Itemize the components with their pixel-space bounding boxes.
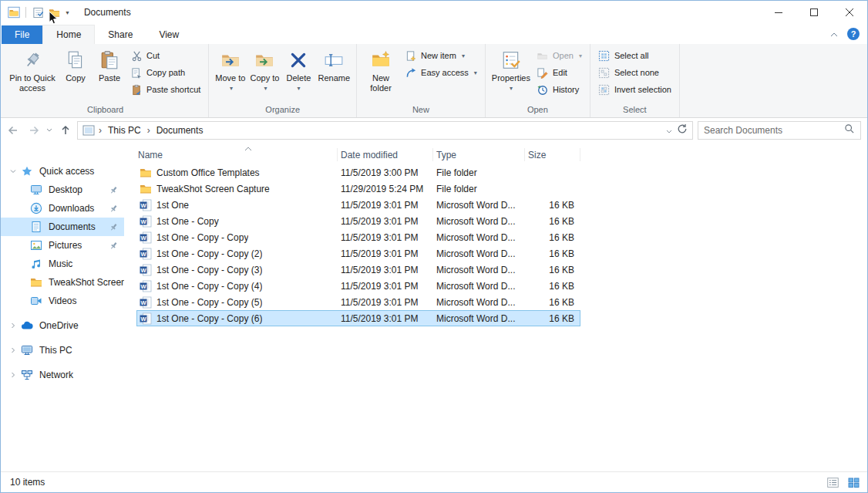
toolbar-separator [25,7,26,18]
paste-button[interactable]: Paste [93,46,126,102]
ribbon: Pin to Quick access Copy Paste Cut [1,44,867,118]
sidebar-item-label: Desktop [49,184,109,195]
chevron-right-icon[interactable] [10,347,21,353]
new-folder-button[interactable]: New folder [361,46,401,102]
invert-selection-button[interactable]: Invert selection [594,81,675,98]
help-icon[interactable]: ? [847,28,860,40]
group-label-select: Select [590,104,679,117]
column-header-type[interactable]: Type [433,148,525,161]
sidebar-item-quick-access[interactable]: Quick access [1,162,124,181]
copy-button[interactable]: Copy [59,46,93,102]
sidebar-item-label: Downloads [49,203,109,214]
file-size: 16 KB [525,313,580,324]
file-row-1st-one[interactable]: W1st One11/5/2019 3:01 PMMicrosoft Word … [136,197,580,213]
edit-button[interactable]: Edit [533,64,586,81]
delete-button[interactable]: Delete▾ [281,46,315,102]
details-view-button[interactable] [823,474,842,490]
sidebar-item-network[interactable]: Network [1,366,124,384]
file-row-1st-one-copy-copy-3[interactable]: W1st One - Copy - Copy (3)11/5/2019 3:01… [136,262,580,278]
minimize-button[interactable] [761,1,796,24]
items-count: 10 items [10,477,45,488]
file-row-custom-office-templates[interactable]: Custom Office Templates11/5/2019 3:00 PM… [136,164,580,181]
history-button[interactable]: History [533,81,586,98]
rename-button[interactable]: Rename [315,46,352,102]
breadcrumb-documents[interactable]: Documents [151,122,209,139]
word-file-icon: W [140,248,152,260]
sidebar-item-this-pc[interactable]: This PC [1,341,124,360]
back-button[interactable] [2,121,23,140]
column-header-date-modified[interactable]: Date modified [338,148,433,161]
close-button[interactable] [832,1,867,24]
search-box[interactable] [698,121,861,140]
qat-properties-button[interactable] [31,5,45,19]
sidebar-item-label: Music [49,258,124,269]
file-row-1st-one-copy-copy-5[interactable]: W1st One - Copy - Copy (5)11/5/2019 3:01… [136,294,580,310]
copy-to-button[interactable]: Copy to▾ [247,46,281,102]
sidebar-item-onedrive[interactable]: OneDrive [1,316,124,335]
sidebar-item-music[interactable]: Music [1,255,124,273]
sidebar-item-pictures[interactable]: Pictures [1,236,124,255]
pin-to-quick-access-button[interactable]: Pin to Quick access [6,46,59,102]
documents-icon [30,221,43,233]
file-row-1st-one-copy-copy-4[interactable]: W1st One - Copy - Copy (4)11/5/2019 3:01… [136,278,580,294]
column-header-size[interactable]: Size [525,148,580,161]
paste-shortcut-button[interactable]: Paste shortcut [126,81,204,98]
file-type: Microsoft Word D... [433,232,525,243]
properties-button[interactable]: Properties▾ [490,46,533,102]
sidebar-item-label: Pictures [49,240,109,251]
address-dropdown-chevron-icon[interactable] [666,125,672,136]
file-row-1st-one-copy[interactable]: W1st One - Copy11/5/2019 3:01 PMMicrosof… [136,213,580,229]
search-icon[interactable] [844,123,855,137]
open-button[interactable]: Open▾ [533,47,586,64]
chevron-right-icon[interactable] [10,372,21,378]
sidebar-item-downloads[interactable]: Downloads [1,199,124,218]
breadcrumb-this-pc[interactable]: This PC [103,122,146,139]
select-all-button[interactable]: Select all [594,47,675,64]
sidebar-item-documents[interactable]: Documents [1,218,124,236]
tab-home[interactable]: Home [42,25,95,44]
refresh-icon[interactable] [677,123,688,137]
column-header-name[interactable]: Name [136,148,338,161]
cut-button[interactable]: Cut [126,47,204,64]
file-row-1st-one-copy-copy-6[interactable]: W1st One - Copy - Copy (6)11/5/2019 3:01… [136,310,580,326]
move-to-button[interactable]: Move to▾ [213,46,247,102]
tab-view[interactable]: View [146,25,192,44]
file-date-modified: 11/5/2019 3:01 PM [338,216,433,227]
minimize-ribbon-icon[interactable] [830,29,838,39]
chevron-right-icon[interactable] [10,322,21,329]
file-name: 1st One - Copy - Copy (4) [156,281,262,292]
sidebar-item-tweakshot-screen-c[interactable]: TweakShot Screen C [1,273,124,292]
tab-file[interactable]: File [2,25,42,44]
file-row-tweakshot-screen-capture[interactable]: TweakShot Screen Capture11/29/2019 5:24 … [136,181,580,197]
up-button[interactable] [55,121,76,140]
sidebar-item-desktop[interactable]: Desktop [1,181,124,199]
chevron-down-icon[interactable] [10,168,21,174]
mouse-cursor-pointer [49,11,59,25]
location-icon [79,125,98,136]
folder-icon [140,167,152,179]
svg-text:W: W [140,315,146,322]
qat-customize-chevron-icon[interactable]: ▼ [63,10,72,15]
file-name: 1st One - Copy - Copy (2) [156,248,262,259]
search-input[interactable] [704,125,844,136]
pin-icon [109,240,119,251]
maximize-button[interactable] [796,1,832,24]
recent-locations-chevron-icon[interactable] [44,121,55,140]
copy-path-button[interactable]: Copy path [126,64,204,81]
svg-text:W: W [140,201,146,208]
tab-share[interactable]: Share [95,25,146,44]
select-none-button[interactable]: Select none [594,64,675,81]
file-date-modified: 11/29/2019 5:24 PM [338,184,433,194]
new-item-button[interactable]: New item▾ [401,47,481,64]
thumbnails-view-button[interactable] [844,474,863,490]
sidebar-item-videos[interactable]: Videos [1,292,124,310]
word-file-icon: W [140,215,152,228]
address-bar[interactable]: › This PC › Documents [77,121,693,140]
file-row-1st-one-copy-copy[interactable]: W1st One - Copy - Copy11/5/2019 3:01 PMM… [136,229,580,245]
file-row-1st-one-copy-copy-2[interactable]: W1st One - Copy - Copy (2)11/5/2019 3:01… [136,245,580,262]
forward-button[interactable] [23,121,44,140]
music-icon [30,258,43,270]
dropdown-arrow-icon: ▾ [462,52,465,59]
file-date-modified: 11/5/2019 3:01 PM [338,200,433,211]
easy-access-button[interactable]: Easy access▾ [401,64,481,81]
